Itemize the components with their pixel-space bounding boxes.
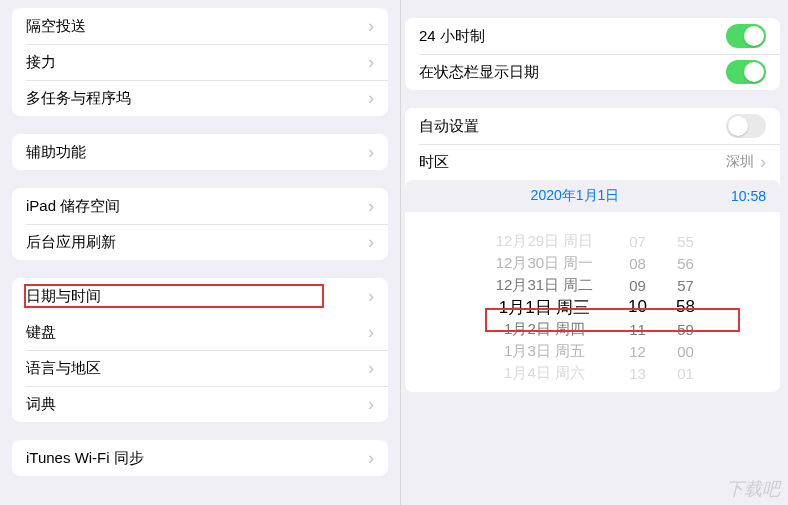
setting-24hour: 24 小时制 <box>405 18 780 54</box>
sidebar-item-keyboard[interactable]: 键盘› <box>12 314 388 350</box>
sidebar-group-airdrop: 隔空投送› 接力› 多任务与程序坞› <box>12 8 388 116</box>
sidebar-group-accessibility: 辅助功能› <box>12 134 388 170</box>
picker-hour-selected: 10 <box>623 297 653 317</box>
sidebar-group-storage: iPad 储存空间› 后台应用刷新› <box>12 188 388 260</box>
chevron-right-icon: › <box>368 197 374 215</box>
toggle-auto-set[interactable] <box>726 114 766 138</box>
toggle-24hour[interactable] <box>726 24 766 48</box>
chevron-right-icon: › <box>368 143 374 161</box>
datetime-header: 2020年1月1日 10:58 <box>405 180 780 212</box>
datetime-picker[interactable]: 12月29日 周日0755 12月30日 周一0856 12月31日 周二095… <box>405 212 780 392</box>
sidebar-item-airdrop[interactable]: 隔空投送› <box>12 8 388 44</box>
picker-minute: 55 <box>671 233 701 250</box>
chevron-right-icon: › <box>368 53 374 71</box>
picker-hour: 12 <box>623 343 653 360</box>
sidebar-item-handoff[interactable]: 接力› <box>12 44 388 80</box>
sidebar-item-itunes-wifi-sync[interactable]: iTunes Wi-Fi 同步› <box>12 440 388 476</box>
sidebar-item-label: 语言与地区 <box>26 359 362 378</box>
sidebar-item-label: 日期与时间 <box>26 287 362 306</box>
sidebar-item-label: 隔空投送 <box>26 17 362 36</box>
setting-label: 在状态栏显示日期 <box>419 63 726 82</box>
current-date: 2020年1月1日 <box>419 187 731 205</box>
time-format-group: 24 小时制 在状态栏显示日期 <box>405 18 780 90</box>
chevron-right-icon: › <box>368 233 374 251</box>
picker-date: 12月29日 周日 <box>485 232 605 251</box>
setting-show-date-status: 在状态栏显示日期 <box>405 54 780 90</box>
picker-date: 12月31日 周二 <box>485 276 605 295</box>
picker-date: 1月2日 周四 <box>485 320 605 339</box>
sidebar-item-label: 词典 <box>26 395 362 414</box>
sidebar-item-label: 接力 <box>26 53 362 72</box>
current-time: 10:58 <box>731 188 766 204</box>
sidebar-item-language-region[interactable]: 语言与地区› <box>12 350 388 386</box>
picker-minute: 59 <box>671 321 701 338</box>
picker-hour: 08 <box>623 255 653 272</box>
sidebar-item-background-refresh[interactable]: 后台应用刷新› <box>12 224 388 260</box>
picker-minute: 56 <box>671 255 701 272</box>
sidebar-item-accessibility[interactable]: 辅助功能› <box>12 134 388 170</box>
chevron-right-icon: › <box>368 449 374 467</box>
picker-date: 12月30日 周一 <box>485 254 605 273</box>
picker-date: 1月3日 周五 <box>485 342 605 361</box>
chevron-right-icon: › <box>368 17 374 35</box>
sidebar-item-date-time[interactable]: 日期与时间› <box>12 278 388 314</box>
picker-hour: 13 <box>623 365 653 382</box>
setting-label: 自动设置 <box>419 117 726 136</box>
picker-minute-selected: 58 <box>671 297 701 317</box>
setting-label: 时区 <box>419 153 720 172</box>
picker-minute: 57 <box>671 277 701 294</box>
auto-set-group: 自动设置 时区 深圳 › 2020年1月1日 10:58 12月29日 周日07… <box>405 108 780 392</box>
sidebar-item-label: 后台应用刷新 <box>26 233 362 252</box>
sidebar-item-label: iTunes Wi-Fi 同步 <box>26 449 362 468</box>
picker-hour: 11 <box>623 321 653 338</box>
sidebar-item-storage[interactable]: iPad 储存空间› <box>12 188 388 224</box>
chevron-right-icon: › <box>760 153 766 171</box>
setting-label: 24 小时制 <box>419 27 726 46</box>
picker-minute: 01 <box>671 365 701 382</box>
picker-date: 1月4日 周六 <box>485 364 605 383</box>
sidebar-item-dictionary[interactable]: 词典› <box>12 386 388 422</box>
sidebar-item-label: iPad 储存空间 <box>26 197 362 216</box>
setting-auto-set: 自动设置 <box>405 108 780 144</box>
sidebar-item-label: 多任务与程序坞 <box>26 89 362 108</box>
sidebar-item-label: 键盘 <box>26 323 362 342</box>
settings-sidebar: 隔空投送› 接力› 多任务与程序坞› 辅助功能› iPad 储存空间› 后台应用… <box>0 0 400 505</box>
sidebar-group-general: 日期与时间› 键盘› 语言与地区› 词典› <box>12 278 388 422</box>
sidebar-item-label: 辅助功能 <box>26 143 362 162</box>
picker-hour: 07 <box>623 233 653 250</box>
picker-date-selected: 1月1日 周三 <box>485 296 605 319</box>
watermark: 下载吧 <box>726 477 780 501</box>
picker-hour: 09 <box>623 277 653 294</box>
chevron-right-icon: › <box>368 287 374 305</box>
chevron-right-icon: › <box>368 89 374 107</box>
sidebar-group-itunes: iTunes Wi-Fi 同步› <box>12 440 388 476</box>
toggle-show-date[interactable] <box>726 60 766 84</box>
picker-minute: 00 <box>671 343 701 360</box>
setting-timezone[interactable]: 时区 深圳 › <box>405 144 780 180</box>
timezone-value: 深圳 <box>726 153 754 171</box>
chevron-right-icon: › <box>368 323 374 341</box>
sidebar-item-multitask[interactable]: 多任务与程序坞› <box>12 80 388 116</box>
chevron-right-icon: › <box>368 395 374 413</box>
chevron-right-icon: › <box>368 359 374 377</box>
detail-pane: 24 小时制 在状态栏显示日期 自动设置 时区 深圳 › 2020年1月1日 1… <box>400 0 788 505</box>
